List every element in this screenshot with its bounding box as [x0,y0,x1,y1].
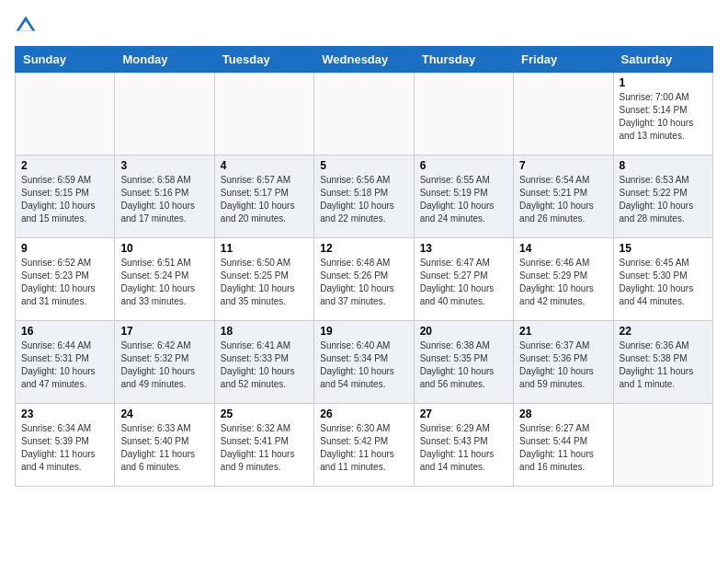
page-header [15,15,713,37]
day-number: 7 [519,159,607,172]
day-info: Sunrise: 6:33 AM Sunset: 5:40 PM Dayligh… [120,422,208,474]
day-number: 21 [519,325,607,338]
calendar-cell: 20Sunrise: 6:38 AM Sunset: 5:35 PM Dayli… [414,321,513,404]
day-number: 19 [320,325,407,338]
weekday-header: Friday [514,47,613,73]
day-number: 1 [620,76,707,89]
day-info: Sunrise: 6:55 AM Sunset: 5:19 PM Dayligh… [420,174,507,225]
calendar-cell: 14Sunrise: 6:46 AM Sunset: 5:29 PM Dayli… [514,238,613,321]
calendar-cell: 26Sunrise: 6:30 AM Sunset: 5:42 PM Dayli… [314,404,414,487]
day-number: 10 [120,242,208,255]
calendar-week-row: 2Sunrise: 6:59 AM Sunset: 5:15 PM Daylig… [16,155,713,238]
calendar-week-row: 16Sunrise: 6:44 AM Sunset: 5:31 PM Dayli… [16,321,713,404]
calendar-cell [414,73,513,155]
weekday-header: Tuesday [214,47,313,73]
day-info: Sunrise: 6:53 AM Sunset: 5:22 PM Dayligh… [620,174,707,225]
calendar-cell: 1Sunrise: 7:00 AM Sunset: 5:14 PM Daylig… [613,73,712,155]
calendar-cell: 11Sunrise: 6:50 AM Sunset: 5:25 PM Dayli… [214,238,313,321]
calendar-cell: 23Sunrise: 6:34 AM Sunset: 5:39 PM Dayli… [16,404,115,487]
day-number: 26 [320,408,407,420]
calendar-header-row: SundayMondayTuesdayWednesdayThursdayFrid… [16,47,713,73]
day-info: Sunrise: 6:56 AM Sunset: 5:18 PM Dayligh… [320,174,407,225]
day-info: Sunrise: 6:48 AM Sunset: 5:26 PM Dayligh… [320,257,407,308]
day-info: Sunrise: 6:40 AM Sunset: 5:34 PM Dayligh… [320,339,407,391]
day-info: Sunrise: 6:52 AM Sunset: 5:23 PM Dayligh… [21,257,108,308]
calendar-cell [514,73,613,155]
day-number: 4 [221,159,308,172]
day-number: 13 [420,242,507,255]
day-number: 16 [21,325,108,338]
day-info: Sunrise: 6:38 AM Sunset: 5:35 PM Dayligh… [420,339,507,391]
day-info: Sunrise: 6:59 AM Sunset: 5:15 PM Dayligh… [21,174,108,225]
weekday-header: Sunday [16,47,115,73]
day-info: Sunrise: 6:47 AM Sunset: 5:27 PM Dayligh… [420,257,507,308]
calendar-cell: 18Sunrise: 6:41 AM Sunset: 5:33 PM Dayli… [214,321,313,404]
day-info: Sunrise: 6:58 AM Sunset: 5:16 PM Dayligh… [120,174,208,225]
day-number: 27 [420,408,507,420]
day-number: 8 [620,159,707,172]
day-info: Sunrise: 6:45 AM Sunset: 5:30 PM Dayligh… [620,257,707,308]
calendar-cell [214,73,313,155]
day-number: 2 [21,159,108,172]
weekday-header: Monday [115,47,214,73]
calendar-cell: 9Sunrise: 6:52 AM Sunset: 5:23 PM Daylig… [16,238,115,321]
calendar-cell: 16Sunrise: 6:44 AM Sunset: 5:31 PM Dayli… [16,321,115,404]
calendar-cell [314,73,414,155]
calendar-cell: 8Sunrise: 6:53 AM Sunset: 5:22 PM Daylig… [613,155,712,238]
weekday-header: Wednesday [314,47,414,73]
day-number: 18 [221,325,308,338]
logo-icon [15,15,37,37]
calendar-cell: 3Sunrise: 6:58 AM Sunset: 5:16 PM Daylig… [115,155,214,238]
calendar-cell: 12Sunrise: 6:48 AM Sunset: 5:26 PM Dayli… [314,238,414,321]
weekday-header: Saturday [613,47,712,73]
logo [15,15,40,37]
calendar-cell: 6Sunrise: 6:55 AM Sunset: 5:19 PM Daylig… [414,155,513,238]
calendar-cell: 28Sunrise: 6:27 AM Sunset: 5:44 PM Dayli… [514,404,613,487]
calendar-cell: 10Sunrise: 6:51 AM Sunset: 5:24 PM Dayli… [115,238,214,321]
weekday-header: Thursday [414,47,513,73]
day-number: 28 [519,408,607,420]
calendar-table: SundayMondayTuesdayWednesdayThursdayFrid… [15,46,713,487]
calendar-week-row: 23Sunrise: 6:34 AM Sunset: 5:39 PM Dayli… [16,404,713,487]
day-number: 12 [320,242,407,255]
calendar-cell: 5Sunrise: 6:56 AM Sunset: 5:18 PM Daylig… [314,155,414,238]
day-number: 24 [120,408,208,420]
day-number: 9 [21,242,108,255]
calendar-cell [613,404,712,487]
calendar-cell: 27Sunrise: 6:29 AM Sunset: 5:43 PM Dayli… [414,404,513,487]
day-number: 17 [120,325,208,338]
calendar-cell: 7Sunrise: 6:54 AM Sunset: 5:21 PM Daylig… [514,155,613,238]
day-info: Sunrise: 6:54 AM Sunset: 5:21 PM Dayligh… [519,174,607,225]
day-info: Sunrise: 6:36 AM Sunset: 5:38 PM Dayligh… [620,339,707,391]
day-number: 23 [21,408,108,420]
day-number: 14 [519,242,607,255]
calendar-cell: 22Sunrise: 6:36 AM Sunset: 5:38 PM Dayli… [613,321,712,404]
day-info: Sunrise: 6:41 AM Sunset: 5:33 PM Dayligh… [221,339,308,391]
calendar-cell: 24Sunrise: 6:33 AM Sunset: 5:40 PM Dayli… [115,404,214,487]
day-number: 20 [420,325,507,338]
day-info: Sunrise: 6:46 AM Sunset: 5:29 PM Dayligh… [519,257,607,308]
day-info: Sunrise: 7:00 AM Sunset: 5:14 PM Dayligh… [620,91,707,143]
calendar-cell: 21Sunrise: 6:37 AM Sunset: 5:36 PM Dayli… [514,321,613,404]
day-info: Sunrise: 6:51 AM Sunset: 5:24 PM Dayligh… [120,257,208,308]
day-info: Sunrise: 6:32 AM Sunset: 5:41 PM Dayligh… [221,422,308,474]
day-info: Sunrise: 6:57 AM Sunset: 5:17 PM Dayligh… [221,174,308,225]
calendar-cell: 17Sunrise: 6:42 AM Sunset: 5:32 PM Dayli… [115,321,214,404]
day-number: 5 [320,159,407,172]
calendar-week-row: 9Sunrise: 6:52 AM Sunset: 5:23 PM Daylig… [16,238,713,321]
calendar-cell [16,73,115,155]
calendar-cell: 13Sunrise: 6:47 AM Sunset: 5:27 PM Dayli… [414,238,513,321]
calendar-cell: 4Sunrise: 6:57 AM Sunset: 5:17 PM Daylig… [214,155,313,238]
day-info: Sunrise: 6:30 AM Sunset: 5:42 PM Dayligh… [320,422,407,474]
day-info: Sunrise: 6:29 AM Sunset: 5:43 PM Dayligh… [420,422,507,474]
day-number: 25 [221,408,308,420]
day-info: Sunrise: 6:42 AM Sunset: 5:32 PM Dayligh… [120,339,208,391]
day-info: Sunrise: 6:50 AM Sunset: 5:25 PM Dayligh… [221,257,308,308]
day-info: Sunrise: 6:37 AM Sunset: 5:36 PM Dayligh… [519,339,607,391]
day-number: 15 [620,242,707,255]
day-number: 11 [221,242,308,255]
day-info: Sunrise: 6:44 AM Sunset: 5:31 PM Dayligh… [21,339,108,391]
calendar-cell: 19Sunrise: 6:40 AM Sunset: 5:34 PM Dayli… [314,321,414,404]
calendar-cell: 2Sunrise: 6:59 AM Sunset: 5:15 PM Daylig… [16,155,115,238]
day-info: Sunrise: 6:34 AM Sunset: 5:39 PM Dayligh… [21,422,108,474]
